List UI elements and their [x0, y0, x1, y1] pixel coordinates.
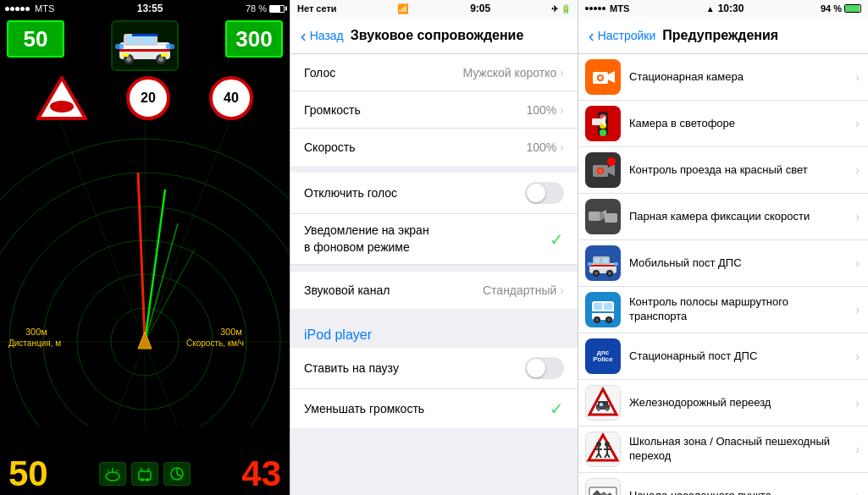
svg-line-45 — [177, 474, 181, 476]
warning-text-8: Железнодорожный переезд — [629, 396, 847, 410]
reduce-volume-label: Уменьшать громкость — [304, 402, 550, 415]
voice-section: Голос Мужской коротко › Громкость 100% ›… — [290, 54, 578, 166]
svg-marker-31 — [138, 332, 152, 349]
p3-battery-icon — [844, 4, 861, 13]
svg-point-96 — [605, 408, 609, 411]
back-button-warnings[interactable]: ‹ Настройки — [589, 27, 655, 44]
speed-sign-40: 40 — [209, 76, 253, 120]
svg-point-95 — [597, 408, 600, 411]
svg-rect-80 — [588, 262, 592, 266]
warning-row-2[interactable]: Камера в светофоре › — [578, 101, 868, 147]
ipod-section-header: iPod player — [290, 316, 578, 348]
mute-section: Отключить голос Уведомление на экранв фо… — [290, 173, 578, 265]
nav-bar-warnings: ‹ Настройки Предупреждения — [578, 17, 868, 54]
warning-row-8[interactable]: Железнодорожный переезд › — [578, 380, 868, 426]
radar-display: 300м 300м Дистанция, м Скорость, км/ч — [0, 122, 290, 426]
audio-channel-value: Стандартный — [483, 283, 556, 297]
radar-icon-3[interactable] — [163, 462, 191, 486]
warning-row-7[interactable]: дпс Police Стационарный пост ДПС › — [578, 333, 868, 380]
warning-icon-7: дпс Police — [585, 338, 621, 374]
warning-chevron-5: › — [855, 256, 860, 270]
svg-point-7 — [158, 57, 163, 62]
speed-km-label: Скорость, км/ч — [186, 338, 244, 348]
p2-carrier: Нет сети — [297, 3, 337, 14]
warning-row-6[interactable]: Контроль полосы маршрутного транспорта › — [578, 287, 868, 333]
p2-time: 9:05 — [470, 3, 490, 14]
audio-channel-label: Звуковой канал — [304, 283, 483, 297]
svg-rect-84 — [594, 303, 602, 310]
volume-row[interactable]: Громкость 100% › — [290, 91, 578, 129]
speed-row[interactable]: Скорость 100% › — [290, 129, 578, 166]
volume-value: 100% — [527, 103, 557, 117]
voice-chevron: › — [560, 66, 564, 80]
mute-voice-row[interactable]: Отключить голос — [290, 173, 578, 214]
warning-chevron-2: › — [855, 117, 860, 130]
svg-rect-65 — [589, 212, 601, 221]
reduce-volume-row[interactable]: Уменьшать громкость ✓ — [290, 389, 578, 428]
warning-row-4[interactable]: Парная камера фиксации скорости › — [578, 194, 868, 240]
radar-icon-2[interactable] — [131, 462, 158, 486]
svg-text:300м: 300м — [25, 327, 47, 337]
police-car-badge — [111, 20, 179, 71]
radar-panel: MTS 13:55 78 % 50 — [0, 0, 290, 495]
back-label-sound: Назад — [310, 29, 344, 42]
radar-bottom-speed: 50 — [0, 453, 290, 495]
warning-row-5[interactable]: Мобильный пост ДПС › — [578, 240, 868, 287]
svg-rect-73 — [603, 258, 608, 263]
warning-chevron-4: › — [855, 210, 860, 223]
warning-chevron-6: › — [855, 303, 860, 316]
warning-icon-10 — [585, 478, 621, 495]
radar-icon-1[interactable] — [99, 462, 126, 486]
speed-limit-left: 50 — [7, 20, 64, 58]
warning-text-6: Контроль полосы маршрутного транспорта — [629, 295, 847, 324]
svg-rect-85 — [604, 303, 612, 310]
warning-text-3: Контроль проезда на красный свет — [629, 163, 847, 178]
svg-rect-11 — [115, 44, 124, 49]
svg-point-63 — [607, 157, 616, 166]
svg-line-30 — [138, 173, 145, 342]
radar-top-row: 50 300 — [0, 17, 290, 74]
pause-toggle[interactable] — [525, 357, 564, 379]
warning-text-10: Начало населенного пункта — [629, 489, 847, 495]
warning-icon-1 — [585, 59, 621, 95]
sound-settings-panel: Нет сети 📶 9:05 ✈ 🔋 ‹ Назад Звуковое соп… — [290, 0, 578, 495]
warning-icon-9 — [585, 432, 621, 467]
p3-time: 10:30 — [718, 3, 744, 14]
svg-rect-74 — [589, 265, 616, 267]
notify-check-icon: ✓ — [550, 229, 564, 250]
warning-row-9[interactable]: Школьная зона / Опасный пешеходный перех… — [578, 426, 868, 473]
back-chevron-icon-warnings: ‹ — [589, 27, 594, 44]
bump-sign — [36, 76, 87, 120]
svg-rect-75 — [589, 267, 616, 268]
audio-channel-row[interactable]: Звуковой канал Стандартный › — [290, 272, 578, 309]
warning-row-10[interactable]: Начало населенного пункта › — [578, 473, 868, 495]
speed-label: Скорость — [304, 140, 527, 154]
svg-point-100 — [596, 442, 601, 447]
notify-screen-row[interactable]: Уведомление на экранв фоновом режиме ✓ — [290, 214, 578, 265]
svg-rect-38 — [139, 471, 151, 480]
status-bar-warnings: MTS ▲ 10:30 94 % — [578, 0, 868, 17]
svg-line-29 — [145, 249, 195, 342]
svg-point-88 — [595, 318, 599, 322]
current-speed-display-2: 43 — [241, 456, 281, 492]
warning-text-1: Стационарная камера — [629, 70, 847, 85]
svg-rect-67 — [605, 213, 617, 223]
warnings-panel: MTS ▲ 10:30 94 % ‹ Настройки Предупрежде… — [578, 0, 868, 495]
voice-row[interactable]: Голос Мужской коротко › — [290, 54, 578, 91]
mute-voice-toggle[interactable] — [525, 182, 564, 204]
svg-point-62 — [599, 169, 602, 173]
svg-point-105 — [605, 442, 610, 447]
audio-channel-section: Звуковой канал Стандартный › — [290, 272, 578, 309]
warning-chevron-1: › — [855, 70, 860, 84]
warning-row-3[interactable]: Контроль проезда на красный свет › — [578, 147, 868, 194]
nav-title-warnings: Предупреждения — [662, 28, 778, 43]
warning-row-1[interactable]: Стационарная камера › — [578, 54, 868, 101]
warning-text-2: Камера в светофоре — [629, 117, 847, 131]
warning-text-9: Школьная зона / Опасный пешеходный перех… — [629, 435, 847, 464]
carrier-label: MTS — [35, 3, 54, 14]
pause-row[interactable]: Ставить на паузу — [290, 348, 578, 389]
status-bar-radar: MTS 13:55 78 % — [0, 0, 290, 17]
back-chevron-icon: ‹ — [301, 27, 307, 44]
back-button-sound[interactable]: ‹ Назад — [301, 27, 344, 44]
ipod-section: Ставить на паузу Уменьшать громкость ✓ — [290, 348, 578, 428]
